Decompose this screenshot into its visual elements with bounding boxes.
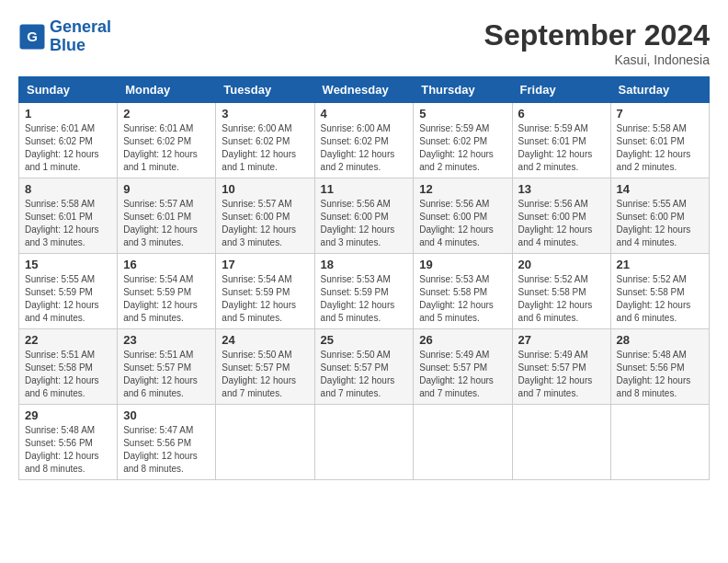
day-detail: Sunrise: 5:49 AMSunset: 5:57 PMDaylight:… xyxy=(518,349,605,400)
calendar-day-4: 4 Sunrise: 6:00 AMSunset: 6:02 PMDayligh… xyxy=(314,103,414,178)
day-number: 4 xyxy=(321,107,408,121)
calendar-day-7: 7 Sunrise: 5:58 AMSunset: 6:01 PMDayligh… xyxy=(610,103,709,178)
calendar-day-24: 24 Sunrise: 5:50 AMSunset: 5:57 PMDaylig… xyxy=(216,329,314,405)
day-detail: Sunrise: 5:59 AMSunset: 6:01 PMDaylight:… xyxy=(518,122,605,174)
day-number: 18 xyxy=(321,258,408,271)
header-saturday: Saturday xyxy=(610,77,709,103)
calendar-day-20: 20 Sunrise: 5:52 AMSunset: 5:58 PMDaylig… xyxy=(512,254,610,329)
day-number: 3 xyxy=(222,107,308,121)
day-detail: Sunrise: 5:50 AMSunset: 5:57 PMDaylight:… xyxy=(321,349,408,400)
calendar-day-27: 27 Sunrise: 5:49 AMSunset: 5:57 PMDaylig… xyxy=(512,329,610,405)
calendar-day-9: 9 Sunrise: 5:57 AMSunset: 6:01 PMDayligh… xyxy=(118,178,216,254)
day-detail: Sunrise: 5:59 AMSunset: 6:02 PMDaylight:… xyxy=(419,122,506,174)
day-detail: Sunrise: 5:56 AMSunset: 6:00 PMDaylight:… xyxy=(419,198,506,249)
calendar-empty xyxy=(414,405,512,480)
calendar-week-row: 1 Sunrise: 6:01 AMSunset: 6:02 PMDayligh… xyxy=(19,103,710,178)
day-detail: Sunrise: 6:01 AMSunset: 6:02 PMDaylight:… xyxy=(123,122,210,174)
logo: G General Blue xyxy=(18,18,111,55)
calendar-day-11: 11 Sunrise: 5:56 AMSunset: 6:00 PMDaylig… xyxy=(314,178,414,254)
calendar-day-1: 1 Sunrise: 6:01 AMSunset: 6:02 PMDayligh… xyxy=(19,103,118,178)
day-detail: Sunrise: 5:52 AMSunset: 5:58 PMDaylight:… xyxy=(617,273,703,325)
calendar-empty xyxy=(314,405,414,480)
calendar-day-16: 16 Sunrise: 5:54 AMSunset: 5:59 PMDaylig… xyxy=(118,254,216,329)
calendar-empty xyxy=(512,405,610,480)
day-detail: Sunrise: 5:48 AMSunset: 5:56 PMDaylight:… xyxy=(617,349,703,400)
calendar-day-26: 26 Sunrise: 5:49 AMSunset: 5:57 PMDaylig… xyxy=(414,329,512,405)
day-number: 19 xyxy=(419,258,506,271)
day-detail: Sunrise: 5:49 AMSunset: 5:57 PMDaylight:… xyxy=(419,349,506,400)
day-number: 12 xyxy=(419,182,506,196)
calendar-day-13: 13 Sunrise: 5:56 AMSunset: 6:00 PMDaylig… xyxy=(512,178,610,254)
day-detail: Sunrise: 5:57 AMSunset: 6:01 PMDaylight:… xyxy=(123,198,210,249)
calendar-table: Sunday Monday Tuesday Wednesday Thursday… xyxy=(18,76,710,480)
month-title: September 2024 xyxy=(484,18,710,52)
day-number: 20 xyxy=(518,258,605,271)
day-detail: Sunrise: 5:51 AMSunset: 5:57 PMDaylight:… xyxy=(123,349,210,400)
day-number: 30 xyxy=(123,408,210,422)
calendar-day-3: 3 Sunrise: 6:00 AMSunset: 6:02 PMDayligh… xyxy=(216,103,314,178)
title-area: September 2024 Kasui, Indonesia xyxy=(484,18,710,67)
logo-text: General Blue xyxy=(50,18,111,55)
calendar-day-19: 19 Sunrise: 5:53 AMSunset: 5:58 PMDaylig… xyxy=(414,254,512,329)
calendar-day-25: 25 Sunrise: 5:50 AMSunset: 5:57 PMDaylig… xyxy=(314,329,414,405)
day-number: 6 xyxy=(518,107,605,121)
day-number: 1 xyxy=(25,107,111,121)
calendar-week-row: 15 Sunrise: 5:55 AMSunset: 5:59 PMDaylig… xyxy=(19,254,710,329)
day-detail: Sunrise: 5:48 AMSunset: 5:56 PMDaylight:… xyxy=(25,424,111,476)
day-number: 24 xyxy=(222,333,308,347)
calendar-week-row: 8 Sunrise: 5:58 AMSunset: 6:01 PMDayligh… xyxy=(19,178,710,254)
calendar-day-8: 8 Sunrise: 5:58 AMSunset: 6:01 PMDayligh… xyxy=(19,178,118,254)
day-number: 23 xyxy=(123,333,210,347)
calendar-day-15: 15 Sunrise: 5:55 AMSunset: 5:59 PMDaylig… xyxy=(19,254,118,329)
day-detail: Sunrise: 5:50 AMSunset: 5:57 PMDaylight:… xyxy=(222,349,308,400)
header-monday: Monday xyxy=(118,77,216,103)
calendar-day-12: 12 Sunrise: 5:56 AMSunset: 6:00 PMDaylig… xyxy=(414,178,512,254)
day-number: 13 xyxy=(518,182,605,196)
svg-text:G: G xyxy=(27,28,38,43)
day-number: 29 xyxy=(25,408,111,422)
day-number: 21 xyxy=(617,258,703,271)
day-number: 8 xyxy=(25,182,111,196)
day-number: 14 xyxy=(617,182,703,196)
calendar-day-18: 18 Sunrise: 5:53 AMSunset: 5:59 PMDaylig… xyxy=(314,254,414,329)
calendar-day-22: 22 Sunrise: 5:51 AMSunset: 5:58 PMDaylig… xyxy=(19,329,118,405)
calendar-day-10: 10 Sunrise: 5:57 AMSunset: 6:00 PMDaylig… xyxy=(216,178,314,254)
calendar-day-2: 2 Sunrise: 6:01 AMSunset: 6:02 PMDayligh… xyxy=(118,103,216,178)
day-detail: Sunrise: 5:54 AMSunset: 5:59 PMDaylight:… xyxy=(222,273,308,325)
day-detail: Sunrise: 5:57 AMSunset: 6:00 PMDaylight:… xyxy=(222,198,308,249)
day-detail: Sunrise: 5:56 AMSunset: 6:00 PMDaylight:… xyxy=(518,198,605,249)
day-number: 7 xyxy=(617,107,703,121)
calendar-week-row: 29 Sunrise: 5:48 AMSunset: 5:56 PMDaylig… xyxy=(19,405,710,480)
day-detail: Sunrise: 5:52 AMSunset: 5:58 PMDaylight:… xyxy=(518,273,605,325)
location: Kasui, Indonesia xyxy=(484,52,710,67)
calendar-day-29: 29 Sunrise: 5:48 AMSunset: 5:56 PMDaylig… xyxy=(19,405,118,480)
day-detail: Sunrise: 5:55 AMSunset: 6:00 PMDaylight:… xyxy=(617,198,703,249)
day-number: 27 xyxy=(518,333,605,347)
calendar-day-30: 30 Sunrise: 5:47 AMSunset: 5:56 PMDaylig… xyxy=(118,405,216,480)
day-detail: Sunrise: 5:54 AMSunset: 5:59 PMDaylight:… xyxy=(123,273,210,325)
calendar-empty xyxy=(610,405,709,480)
day-detail: Sunrise: 6:00 AMSunset: 6:02 PMDaylight:… xyxy=(321,122,408,174)
header-tuesday: Tuesday xyxy=(216,77,314,103)
day-number: 26 xyxy=(419,333,506,347)
day-detail: Sunrise: 5:55 AMSunset: 5:59 PMDaylight:… xyxy=(25,273,111,325)
day-detail: Sunrise: 5:53 AMSunset: 5:58 PMDaylight:… xyxy=(419,273,506,325)
day-number: 22 xyxy=(25,333,111,347)
calendar-empty xyxy=(216,405,314,480)
header-sunday: Sunday xyxy=(19,77,118,103)
day-number: 2 xyxy=(123,107,210,121)
page-header: G General Blue September 2024 Kasui, Ind… xyxy=(18,18,710,67)
header-friday: Friday xyxy=(512,77,610,103)
header-thursday: Thursday xyxy=(414,77,512,103)
day-detail: Sunrise: 6:00 AMSunset: 6:02 PMDaylight:… xyxy=(222,122,308,174)
header-wednesday: Wednesday xyxy=(314,77,414,103)
day-detail: Sunrise: 6:01 AMSunset: 6:02 PMDaylight:… xyxy=(25,122,111,174)
day-detail: Sunrise: 5:58 AMSunset: 6:01 PMDaylight:… xyxy=(617,122,703,174)
day-number: 5 xyxy=(419,107,506,121)
calendar-day-21: 21 Sunrise: 5:52 AMSunset: 5:58 PMDaylig… xyxy=(610,254,709,329)
day-detail: Sunrise: 5:53 AMSunset: 5:59 PMDaylight:… xyxy=(321,273,408,325)
day-number: 11 xyxy=(321,182,408,196)
calendar-week-row: 22 Sunrise: 5:51 AMSunset: 5:58 PMDaylig… xyxy=(19,329,710,405)
calendar-day-5: 5 Sunrise: 5:59 AMSunset: 6:02 PMDayligh… xyxy=(414,103,512,178)
day-number: 25 xyxy=(321,333,408,347)
